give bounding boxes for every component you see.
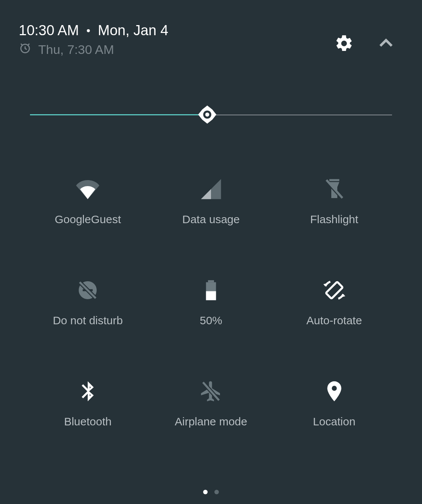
auto-rotate-icon xyxy=(322,278,346,302)
header-left: 10:30 AM • Mon, Jan 4 Thu, 7:30 AM xyxy=(19,22,168,57)
settings-button[interactable] xyxy=(334,34,354,55)
tile-label: GoogleGuest xyxy=(55,213,121,226)
alarm-icon xyxy=(19,42,31,57)
cellular-icon xyxy=(199,177,223,201)
tile-label: Data usage xyxy=(182,213,239,226)
tile-airplane-mode[interactable]: Airplane mode xyxy=(162,379,260,428)
tile-label: Bluetooth xyxy=(64,415,112,428)
wifi-icon xyxy=(76,177,100,201)
tile-label: Airplane mode xyxy=(175,415,247,428)
flashlight-off-icon xyxy=(322,177,346,201)
header-row: 10:30 AM • Mon, Jan 4 Thu, 7:30 AM xyxy=(19,22,403,57)
brightness-icon xyxy=(197,104,217,125)
svg-rect-11 xyxy=(208,280,214,282)
tile-label: 50% xyxy=(200,314,222,327)
tile-bluetooth[interactable]: Bluetooth xyxy=(39,379,136,428)
battery-icon xyxy=(199,278,223,302)
quick-settings-panel: 10:30 AM • Mon, Jan 4 Thu, 7:30 AM xyxy=(0,0,422,504)
time-label: 10:30 AM xyxy=(19,22,79,39)
tile-label: Flashlight xyxy=(310,213,358,226)
tile-auto-rotate[interactable]: Auto-rotate xyxy=(286,278,383,327)
tile-location[interactable]: Location xyxy=(286,379,383,428)
alarm-row[interactable]: Thu, 7:30 AM xyxy=(19,42,168,57)
tile-flashlight[interactable]: Flashlight xyxy=(286,177,383,226)
pager-dot-1[interactable] xyxy=(203,490,208,494)
alarm-label: Thu, 7:30 AM xyxy=(38,42,114,57)
svg-rect-13 xyxy=(206,291,216,300)
airplane-off-icon xyxy=(199,379,223,403)
tiles-grid: GoogleGuest Data usage Flashlight Do not… xyxy=(19,177,403,428)
do-not-disturb-off-icon xyxy=(76,278,100,302)
tile-label: Do not disturb xyxy=(53,314,123,327)
gear-icon xyxy=(334,34,354,53)
brightness-slider-thumb[interactable] xyxy=(197,104,217,125)
separator-dot: • xyxy=(87,25,91,36)
collapse-button[interactable] xyxy=(376,34,396,55)
date-label: Mon, Jan 4 xyxy=(98,22,168,39)
tile-wifi[interactable]: GoogleGuest xyxy=(39,177,136,226)
svg-rect-4 xyxy=(329,179,339,181)
chevron-up-icon xyxy=(376,34,396,53)
page-indicator[interactable] xyxy=(0,490,422,494)
time-date[interactable]: 10:30 AM • Mon, Jan 4 xyxy=(19,22,168,39)
pager-dot-2[interactable] xyxy=(214,490,219,494)
location-icon xyxy=(322,379,346,403)
svg-point-3 xyxy=(205,113,209,117)
bluetooth-icon xyxy=(76,379,100,403)
tile-battery[interactable]: 50% xyxy=(162,278,260,327)
svg-rect-14 xyxy=(326,282,343,298)
tile-do-not-disturb[interactable]: Do not disturb xyxy=(39,278,136,327)
header-right xyxy=(334,34,396,55)
brightness-slider[interactable] xyxy=(19,102,403,132)
tile-label: Auto-rotate xyxy=(306,314,362,327)
tile-data-usage[interactable]: Data usage xyxy=(162,177,260,226)
tile-label: Location xyxy=(313,415,355,428)
